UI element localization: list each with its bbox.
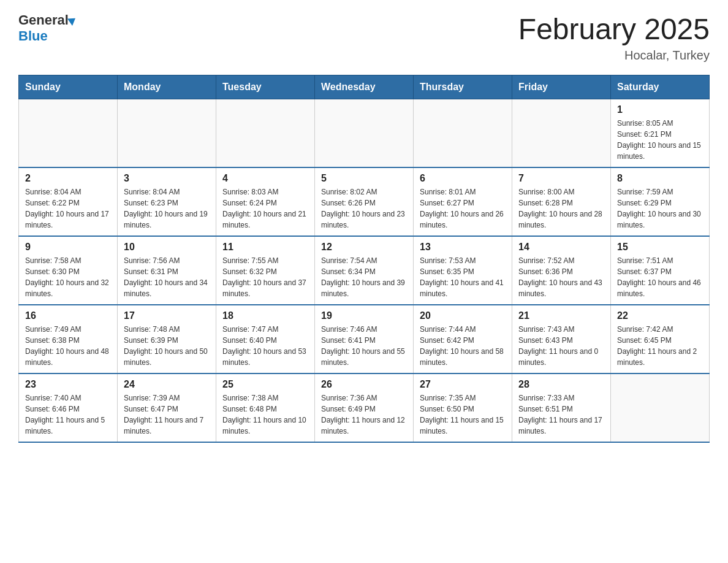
calendar-cell (414, 99, 512, 168)
weekday-header-monday: Monday (118, 75, 216, 99)
day-info: Sunrise: 7:59 AMSunset: 6:29 PMDaylight:… (617, 186, 703, 231)
calendar-cell: 4Sunrise: 8:03 AMSunset: 6:24 PMDaylight… (216, 167, 315, 236)
calendar-cell: 23Sunrise: 7:40 AMSunset: 6:46 PMDayligh… (19, 373, 118, 442)
day-number: 24 (124, 379, 210, 390)
calendar-cell: 6Sunrise: 8:01 AMSunset: 6:27 PMDaylight… (414, 167, 512, 236)
day-number: 25 (222, 379, 308, 390)
day-info: Sunrise: 7:43 AMSunset: 6:43 PMDaylight:… (518, 324, 604, 368)
logo: General Blue (18, 12, 76, 44)
day-number: 12 (321, 242, 407, 253)
day-number: 6 (420, 173, 506, 184)
day-info: Sunrise: 7:55 AMSunset: 6:32 PMDaylight:… (222, 255, 308, 299)
calendar-cell: 21Sunrise: 7:43 AMSunset: 6:43 PMDayligh… (512, 305, 611, 373)
day-info: Sunrise: 8:00 AMSunset: 6:28 PMDaylight:… (518, 186, 604, 231)
day-info: Sunrise: 7:47 AMSunset: 6:40 PMDaylight:… (222, 324, 308, 368)
weekday-header-sunday: Sunday (19, 75, 118, 99)
day-number: 22 (617, 310, 703, 321)
day-info: Sunrise: 7:39 AMSunset: 6:47 PMDaylight:… (124, 393, 210, 437)
day-number: 10 (124, 242, 210, 253)
day-info: Sunrise: 7:48 AMSunset: 6:39 PMDaylight:… (124, 324, 210, 368)
day-number: 17 (124, 310, 210, 321)
calendar-week-row: 9Sunrise: 7:58 AMSunset: 6:30 PMDaylight… (19, 236, 710, 305)
weekday-header-thursday: Thursday (414, 75, 512, 99)
calendar-cell: 8Sunrise: 7:59 AMSunset: 6:29 PMDaylight… (611, 167, 710, 236)
day-info: Sunrise: 7:40 AMSunset: 6:46 PMDaylight:… (25, 393, 111, 437)
calendar-header: SundayMondayTuesdayWednesdayThursdayFrid… (19, 75, 710, 99)
calendar-cell: 27Sunrise: 7:35 AMSunset: 6:50 PMDayligh… (414, 373, 512, 442)
day-number: 4 (222, 173, 308, 184)
day-info: Sunrise: 7:49 AMSunset: 6:38 PMDaylight:… (25, 324, 111, 368)
day-info: Sunrise: 8:01 AMSunset: 6:27 PMDaylight:… (420, 186, 506, 231)
calendar-cell: 17Sunrise: 7:48 AMSunset: 6:39 PMDayligh… (118, 305, 216, 373)
logo-triangle-icon (67, 15, 78, 26)
day-number: 14 (518, 242, 604, 253)
day-info: Sunrise: 7:53 AMSunset: 6:35 PMDaylight:… (420, 255, 506, 299)
calendar-cell: 20Sunrise: 7:44 AMSunset: 6:42 PMDayligh… (414, 305, 512, 373)
day-info: Sunrise: 7:46 AMSunset: 6:41 PMDaylight:… (321, 324, 407, 368)
calendar-cell (19, 99, 118, 168)
calendar-cell: 1Sunrise: 8:05 AMSunset: 6:21 PMDaylight… (611, 99, 710, 168)
day-info: Sunrise: 7:58 AMSunset: 6:30 PMDaylight:… (25, 255, 111, 299)
day-number: 11 (222, 242, 308, 253)
day-number: 16 (25, 310, 111, 321)
calendar-cell: 28Sunrise: 7:33 AMSunset: 6:51 PMDayligh… (512, 373, 611, 442)
calendar-cell: 15Sunrise: 7:51 AMSunset: 6:37 PMDayligh… (611, 236, 710, 305)
day-info: Sunrise: 7:54 AMSunset: 6:34 PMDaylight:… (321, 255, 407, 299)
calendar-week-row: 1Sunrise: 8:05 AMSunset: 6:21 PMDaylight… (19, 99, 710, 168)
logo-blue-text: Blue (18, 28, 48, 44)
calendar-cell: 10Sunrise: 7:56 AMSunset: 6:31 PMDayligh… (118, 236, 216, 305)
calendar-cell: 9Sunrise: 7:58 AMSunset: 6:30 PMDaylight… (19, 236, 118, 305)
calendar-cell (512, 99, 611, 168)
calendar-table: SundayMondayTuesdayWednesdayThursdayFrid… (18, 75, 710, 443)
calendar-cell: 19Sunrise: 7:46 AMSunset: 6:41 PMDayligh… (315, 305, 414, 373)
calendar-cell: 12Sunrise: 7:54 AMSunset: 6:34 PMDayligh… (315, 236, 414, 305)
weekday-header-tuesday: Tuesday (216, 75, 315, 99)
day-number: 5 (321, 173, 407, 184)
weekday-header-saturday: Saturday (611, 75, 710, 99)
day-info: Sunrise: 7:33 AMSunset: 6:51 PMDaylight:… (518, 393, 604, 437)
calendar-cell: 14Sunrise: 7:52 AMSunset: 6:36 PMDayligh… (512, 236, 611, 305)
calendar-cell: 25Sunrise: 7:38 AMSunset: 6:48 PMDayligh… (216, 373, 315, 442)
weekday-header-friday: Friday (512, 75, 611, 99)
day-number: 2 (25, 173, 111, 184)
day-info: Sunrise: 8:04 AMSunset: 6:22 PMDaylight:… (25, 186, 111, 231)
calendar-cell: 3Sunrise: 8:04 AMSunset: 6:23 PMDaylight… (118, 167, 216, 236)
calendar-cell: 18Sunrise: 7:47 AMSunset: 6:40 PMDayligh… (216, 305, 315, 373)
calendar-cell: 2Sunrise: 8:04 AMSunset: 6:22 PMDaylight… (19, 167, 118, 236)
day-info: Sunrise: 7:56 AMSunset: 6:31 PMDaylight:… (124, 255, 210, 299)
calendar-cell (216, 99, 315, 168)
logo-general-text: General (18, 12, 69, 28)
day-info: Sunrise: 8:05 AMSunset: 6:21 PMDaylight:… (617, 118, 703, 162)
calendar-cell: 22Sunrise: 7:42 AMSunset: 6:45 PMDayligh… (611, 305, 710, 373)
weekday-header-row: SundayMondayTuesdayWednesdayThursdayFrid… (19, 75, 710, 99)
day-info: Sunrise: 7:51 AMSunset: 6:37 PMDaylight:… (617, 255, 703, 299)
calendar-week-row: 23Sunrise: 7:40 AMSunset: 6:46 PMDayligh… (19, 373, 710, 442)
calendar-week-row: 16Sunrise: 7:49 AMSunset: 6:38 PMDayligh… (19, 305, 710, 373)
day-info: Sunrise: 7:42 AMSunset: 6:45 PMDaylight:… (617, 324, 703, 368)
calendar-cell: 16Sunrise: 7:49 AMSunset: 6:38 PMDayligh… (19, 305, 118, 373)
day-number: 13 (420, 242, 506, 253)
calendar-cell: 26Sunrise: 7:36 AMSunset: 6:49 PMDayligh… (315, 373, 414, 442)
day-info: Sunrise: 8:02 AMSunset: 6:26 PMDaylight:… (321, 186, 407, 231)
calendar-cell (611, 373, 710, 442)
calendar-cell: 7Sunrise: 8:00 AMSunset: 6:28 PMDaylight… (512, 167, 611, 236)
day-number: 19 (321, 310, 407, 321)
day-number: 1 (617, 104, 703, 115)
day-info: Sunrise: 8:04 AMSunset: 6:23 PMDaylight:… (124, 186, 210, 231)
calendar-cell: 24Sunrise: 7:39 AMSunset: 6:47 PMDayligh… (118, 373, 216, 442)
page-header: General Blue February 2025 Hocalar, Turk… (18, 12, 710, 63)
calendar-cell (118, 99, 216, 168)
day-info: Sunrise: 7:44 AMSunset: 6:42 PMDaylight:… (420, 324, 506, 368)
day-info: Sunrise: 7:35 AMSunset: 6:50 PMDaylight:… (420, 393, 506, 437)
calendar-cell: 5Sunrise: 8:02 AMSunset: 6:26 PMDaylight… (315, 167, 414, 236)
calendar-week-row: 2Sunrise: 8:04 AMSunset: 6:22 PMDaylight… (19, 167, 710, 236)
day-number: 20 (420, 310, 506, 321)
day-number: 28 (518, 379, 604, 390)
calendar-body: 1Sunrise: 8:05 AMSunset: 6:21 PMDaylight… (19, 99, 710, 443)
month-title: February 2025 (518, 12, 710, 46)
weekday-header-wednesday: Wednesday (315, 75, 414, 99)
day-number: 3 (124, 173, 210, 184)
day-number: 7 (518, 173, 604, 184)
day-info: Sunrise: 8:03 AMSunset: 6:24 PMDaylight:… (222, 186, 308, 231)
day-number: 15 (617, 242, 703, 253)
